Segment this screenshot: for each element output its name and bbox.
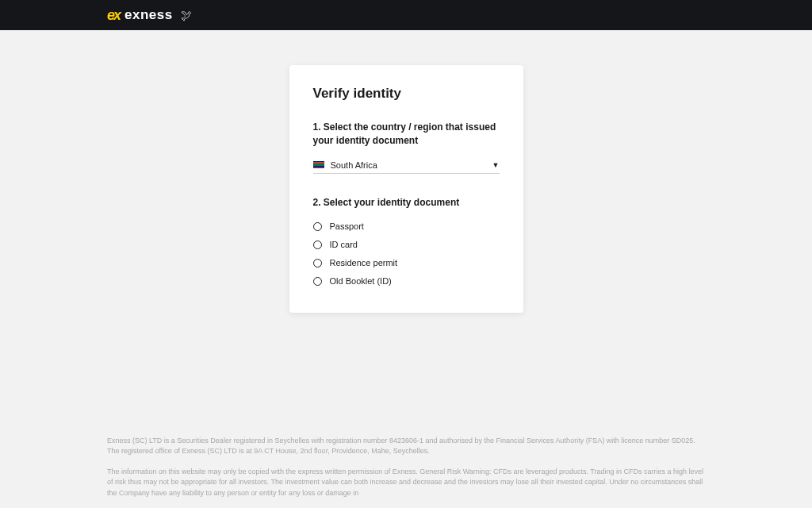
radio-icon bbox=[313, 241, 322, 249]
verify-identity-card: Verify identity 1. Select the country / … bbox=[289, 65, 523, 313]
brand-logo[interactable]: ex exness 🕊 bbox=[107, 7, 192, 24]
document-radio-group: Passport ID card Residence permit Old Bo… bbox=[313, 221, 500, 286]
main-content: Verify identity 1. Select the country / … bbox=[0, 30, 812, 313]
radio-label: Passport bbox=[330, 221, 364, 231]
radio-passport[interactable]: Passport bbox=[313, 221, 500, 231]
footer-disclaimer: Exness (SC) LTD is a Securities Dealer r… bbox=[107, 436, 705, 509]
country-name: South Africa bbox=[331, 160, 377, 170]
country-select[interactable]: South Africa ▼ bbox=[313, 160, 500, 174]
radio-label: ID card bbox=[330, 240, 358, 249]
dove-icon: 🕊 bbox=[181, 9, 192, 21]
footer-paragraph-2: The information on this website may only… bbox=[107, 467, 705, 499]
brand-name: exness bbox=[124, 7, 173, 23]
radio-icon bbox=[313, 277, 322, 286]
logo-mark-icon: ex bbox=[107, 7, 120, 24]
radio-residence-permit[interactable]: Residence permit bbox=[313, 258, 500, 267]
card-title: Verify identity bbox=[313, 86, 500, 102]
chevron-down-icon: ▼ bbox=[492, 161, 500, 169]
footer-paragraph-1: Exness (SC) LTD is a Securities Dealer r… bbox=[107, 436, 705, 457]
step1-label: 1. Select the country / region that issu… bbox=[313, 121, 500, 148]
radio-label: Residence permit bbox=[330, 258, 398, 267]
radio-id-card[interactable]: ID card bbox=[313, 240, 500, 249]
app-header: ex exness 🕊 bbox=[0, 0, 812, 30]
country-selected-display: South Africa bbox=[313, 160, 377, 170]
radio-label: Old Booklet (ID) bbox=[330, 276, 392, 286]
step2-label: 2. Select your identity document bbox=[313, 196, 500, 210]
radio-old-booklet[interactable]: Old Booklet (ID) bbox=[313, 276, 500, 286]
radio-icon bbox=[313, 259, 322, 267]
radio-icon bbox=[313, 222, 322, 231]
flag-south-africa-icon bbox=[313, 161, 324, 168]
